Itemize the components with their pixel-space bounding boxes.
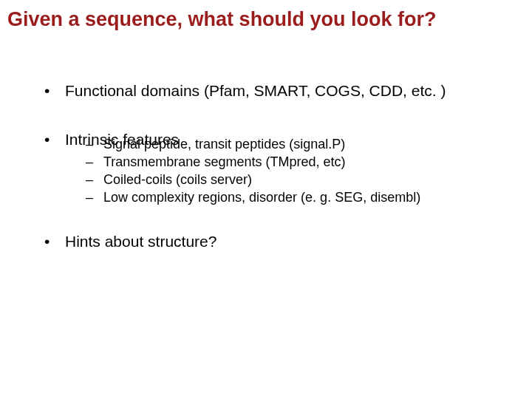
bullet-text: Functional domains (Pfam, SMART, COGS, C… xyxy=(65,81,446,100)
sub-bullet-low-complexity: – Low complexity regions, disorder (e. g… xyxy=(86,188,502,206)
dash-marker: – xyxy=(86,153,103,171)
bullet-marker: • xyxy=(44,130,65,149)
bullet-marker: • xyxy=(44,81,65,100)
bullet-functional-domains: • Functional domains (Pfam, SMART, COGS,… xyxy=(44,81,502,100)
sub-bullet-text: Signal peptide, transit peptides (signal… xyxy=(103,135,345,153)
sub-bullet-signal-peptide: – Signal peptide, transit peptides (sign… xyxy=(86,135,502,153)
sub-bullet-text: Coiled-coils (coils server) xyxy=(103,171,252,188)
slide-title: Given a sequence, what should you look f… xyxy=(7,7,525,31)
bullet-hints-structure: • Hints about structure? xyxy=(44,232,502,251)
bullet-text: Hints about structure? xyxy=(65,232,216,251)
slide-body: • Functional domains (Pfam, SMART, COGS,… xyxy=(44,81,502,275)
sub-bullet-text: Transmembrane segments (TMpred, etc) xyxy=(103,153,345,171)
sub-bullet-group: – Signal peptide, transit peptides (sign… xyxy=(86,135,502,207)
sub-bullet-text: Low complexity regions, disorder (e. g. … xyxy=(103,188,420,206)
slide: Given a sequence, what should you look f… xyxy=(0,0,532,399)
dash-marker: – xyxy=(86,171,103,188)
sub-bullet-coiled-coils: – Coiled-coils (coils server) xyxy=(86,171,502,188)
dash-marker: – xyxy=(86,188,103,206)
sub-bullet-transmembrane: – Transmembrane segments (TMpred, etc) xyxy=(86,153,502,171)
dash-marker: – xyxy=(86,135,103,153)
bullet-marker: • xyxy=(44,232,65,251)
